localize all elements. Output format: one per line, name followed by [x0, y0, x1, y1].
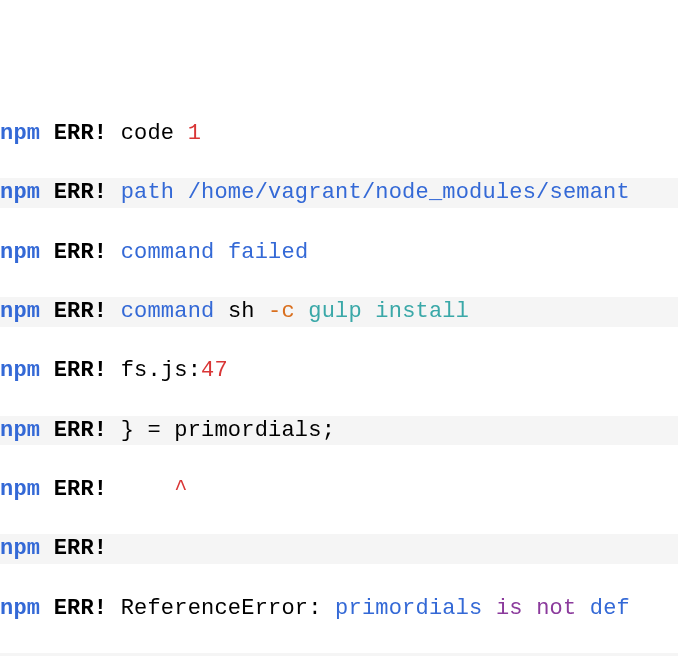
log-line: npm ERR! ReferenceError: primordials is …	[0, 594, 678, 624]
terminal-output: npm ERR! code 1 npm ERR! path /home/vagr…	[0, 119, 678, 656]
log-line: npm ERR! path /home/vagrant/node_modules…	[0, 178, 678, 208]
err-tag: ERR!	[54, 596, 108, 621]
log-line: npm ERR! command failed	[0, 238, 678, 268]
log-line: npm ERR! } = primordials;	[0, 416, 678, 446]
npm-tag: npm	[0, 180, 40, 205]
npm-tag: npm	[0, 299, 40, 324]
log-line: npm ERR! fs.js:47	[0, 356, 678, 386]
err-tag: ERR!	[54, 358, 108, 383]
err-tag: ERR!	[54, 418, 108, 443]
npm-tag: npm	[0, 358, 40, 383]
npm-tag: npm	[0, 418, 40, 443]
err-tag: ERR!	[54, 121, 108, 146]
err-tag: ERR!	[54, 536, 108, 561]
npm-tag: npm	[0, 240, 40, 265]
log-line: npm ERR!	[0, 534, 678, 564]
npm-tag: npm	[0, 536, 40, 561]
log-line: npm ERR! ^	[0, 475, 678, 505]
log-line: npm ERR! code 1	[0, 119, 678, 149]
err-tag: ERR!	[54, 240, 108, 265]
err-tag: ERR!	[54, 477, 108, 502]
log-line: npm ERR! command sh -c gulp install	[0, 297, 678, 327]
err-tag: ERR!	[54, 299, 108, 324]
npm-tag: npm	[0, 121, 40, 146]
npm-tag: npm	[0, 477, 40, 502]
npm-tag: npm	[0, 596, 40, 621]
err-tag: ERR!	[54, 180, 108, 205]
